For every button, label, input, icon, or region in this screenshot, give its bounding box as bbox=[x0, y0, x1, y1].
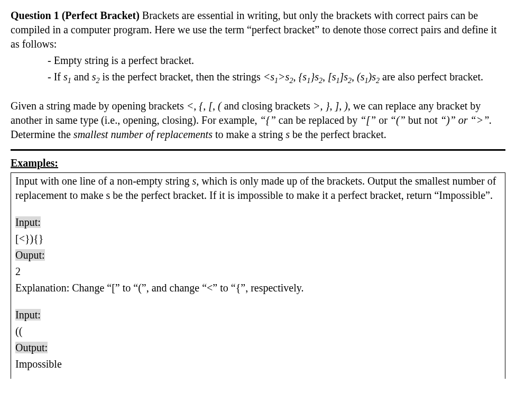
rule-2-b: is the perfect bracket, then the strings bbox=[99, 71, 263, 83]
rule-2-p4s1: 1 bbox=[365, 77, 368, 85]
p2-ex4: “)” or “>”. bbox=[440, 114, 492, 126]
ex2-input-label: Input: bbox=[15, 309, 41, 321]
rule-2-tail2: perfect bracket. bbox=[418, 71, 483, 83]
ex1-output-label: Ouput: bbox=[15, 249, 45, 261]
rule-2-p2s2: 2 bbox=[319, 77, 322, 85]
ex1-explanation: Explanation: Change “[” to “(”, and chan… bbox=[15, 281, 501, 295]
p2-a: Given a string made by opening brackets bbox=[11, 100, 187, 112]
ex1-input-val: [<}){} bbox=[15, 232, 501, 246]
ex1-output-val: 2 bbox=[15, 264, 501, 279]
rule-2-p1o: <s bbox=[263, 71, 274, 83]
ex1-output-label-wrap: Ouput: bbox=[15, 248, 501, 262]
rule-1: - Empty string is a perfect bracket. bbox=[11, 53, 505, 68]
examples-heading: Examples: bbox=[11, 157, 58, 169]
rule-2-p4c: )s bbox=[368, 71, 376, 83]
question-heading: Question 1 (Perfect Bracket) bbox=[11, 10, 140, 21]
p2-s: s bbox=[285, 129, 290, 140]
p2-ex1: “{” bbox=[260, 114, 276, 126]
rule-2-s1: s bbox=[63, 71, 68, 83]
ex2-input-label-wrap: Input: bbox=[15, 308, 501, 322]
rule-2-p1c: >s bbox=[278, 71, 289, 83]
ex1-input-label-wrap: Input: bbox=[15, 215, 501, 230]
examples-box: Input with one line of a non-empty strin… bbox=[11, 172, 505, 379]
rule-2-p2o: {s bbox=[298, 71, 307, 83]
p2-close: >, }, ], ), bbox=[313, 100, 351, 112]
example-2: Input: (( Output: Impossible bbox=[15, 308, 501, 371]
rule-2-sep2: , bbox=[322, 71, 328, 83]
p2-open: <, {, [, ( bbox=[187, 100, 222, 112]
ex2-output-val: Impossible bbox=[15, 357, 501, 371]
rule-2-p3s1: 1 bbox=[336, 77, 340, 85]
rule-2-sub1: 1 bbox=[68, 77, 71, 85]
question-intro: Question 1 (Perfect Bracket) Brackets ar… bbox=[11, 8, 505, 51]
rule-2-p2c: }s bbox=[310, 71, 319, 83]
ex2-input-val: (( bbox=[15, 324, 501, 339]
p2-ex2: “[” bbox=[360, 114, 376, 126]
p2-em: smallest number of replacements bbox=[73, 129, 213, 140]
rule-2-p4o: (s bbox=[357, 71, 364, 83]
p2-b: and closing brackets bbox=[222, 100, 313, 112]
rule-2: - If s1 and s2 is the perfect bracket, t… bbox=[11, 70, 505, 86]
rule-2-a: - If bbox=[48, 71, 63, 83]
examples-heading-wrap: Examples: bbox=[11, 156, 505, 170]
p2-d: can be replaced by bbox=[276, 114, 360, 126]
example-1: Input: [<}){} Ouput: 2 Explanation: Chan… bbox=[15, 215, 501, 295]
question-p2: Given a string made by opening brackets … bbox=[11, 99, 505, 142]
p2-g: be the perfect bracket. bbox=[290, 129, 386, 140]
rule-2-p3o: [s bbox=[328, 71, 336, 83]
p2-but: but not bbox=[406, 114, 440, 126]
spacer-3 bbox=[15, 297, 501, 308]
p2-or1: or bbox=[376, 114, 390, 126]
section-divider bbox=[11, 149, 505, 151]
examples-desc: Input with one line of a non-empty strin… bbox=[15, 174, 501, 203]
ex2-output-label: Output: bbox=[15, 342, 48, 353]
spacer-2 bbox=[15, 205, 501, 215]
spacer-1 bbox=[11, 88, 505, 99]
ex1-input-label: Input: bbox=[15, 216, 41, 228]
examples-desc-s: s, bbox=[192, 175, 199, 187]
ex2-output-label-wrap: Output: bbox=[15, 341, 501, 355]
rule-2-tail: are also bbox=[380, 71, 415, 83]
rule-2-sep3: , bbox=[352, 71, 357, 83]
p2-e: Determine the bbox=[11, 129, 73, 140]
rule-2-sep1: , bbox=[293, 71, 298, 83]
rule-2-p4s2: 2 bbox=[376, 77, 380, 85]
rule-2-and: and bbox=[71, 71, 92, 83]
examples-desc-a: Input with one line of a non-empty strin… bbox=[15, 175, 192, 187]
p2-ex3: “(” bbox=[390, 114, 406, 126]
rule-2-p3c: ]s bbox=[340, 71, 348, 83]
p2-f: to make a string bbox=[213, 129, 285, 140]
